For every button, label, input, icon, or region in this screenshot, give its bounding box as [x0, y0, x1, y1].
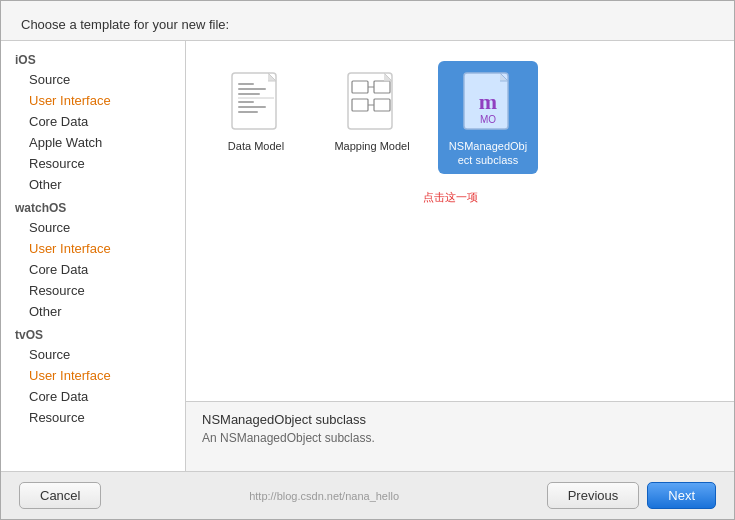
- svg-rect-5: [238, 106, 266, 108]
- template-item-mapping-model[interactable]: Mapping Model: [322, 61, 422, 174]
- sidebar-item-tvos-user-interface[interactable]: User Interface: [1, 365, 185, 386]
- sidebar-item-ios-user-interface[interactable]: User Interface: [1, 90, 185, 111]
- description-panel: NSManagedObject subclass An NSManagedObj…: [186, 401, 734, 471]
- svg-rect-3: [238, 93, 260, 95]
- template-label-nsmanagedobject-subclass: NSManagedObj ect subclass: [444, 139, 532, 168]
- svg-text:m: m: [479, 89, 497, 114]
- sidebar-item-watchos-core-data[interactable]: Core Data: [1, 259, 185, 280]
- sidebar-item-ios-resource[interactable]: Resource: [1, 153, 185, 174]
- dialog-body: iOSSourceUser InterfaceCore DataApple Wa…: [1, 40, 734, 471]
- svg-rect-6: [238, 111, 258, 113]
- description-title: NSManagedObject subclass: [202, 412, 718, 427]
- template-icon-nsmanagedobject-subclass: m MO: [460, 69, 516, 133]
- template-item-data-model[interactable]: Data Model: [206, 61, 306, 174]
- sidebar-item-tvos-source[interactable]: Source: [1, 344, 185, 365]
- previous-button[interactable]: Previous: [547, 482, 640, 509]
- footer-right: Previous Next: [547, 482, 716, 509]
- sidebar-item-tvos-core-data[interactable]: Core Data: [1, 386, 185, 407]
- sidebar-item-ios-apple-watch[interactable]: Apple Watch: [1, 132, 185, 153]
- sidebar-item-watchos-source[interactable]: Source: [1, 217, 185, 238]
- sidebar-item-ios-core-data[interactable]: Core Data: [1, 111, 185, 132]
- sidebar: iOSSourceUser InterfaceCore DataApple Wa…: [1, 41, 186, 471]
- footer-url: http://blog.csdn.net/nana_hello: [249, 490, 399, 502]
- template-item-nsmanagedobject-subclass[interactable]: m MO NSManagedObj ect subclass: [438, 61, 538, 174]
- hint-text: 点击这一项: [196, 190, 704, 205]
- dialog-title: Choose a template for your new file:: [21, 17, 229, 32]
- sidebar-section-ios: iOS: [1, 47, 185, 69]
- dialog: Choose a template for your new file: iOS…: [0, 0, 735, 520]
- sidebar-item-watchos-user-interface[interactable]: User Interface: [1, 238, 185, 259]
- next-button[interactable]: Next: [647, 482, 716, 509]
- sidebar-item-tvos-resource[interactable]: Resource: [1, 407, 185, 428]
- content-area: Data Model Mapping Model m MO NSManagedO…: [186, 41, 734, 471]
- sidebar-item-ios-other[interactable]: Other: [1, 174, 185, 195]
- sidebar-section-watchos: watchOS: [1, 195, 185, 217]
- svg-rect-2: [238, 88, 266, 90]
- sidebar-section-tvos: tvOS: [1, 322, 185, 344]
- dialog-footer: Cancel http://blog.csdn.net/nana_hello P…: [1, 471, 734, 519]
- template-icon-mapping-model: [344, 69, 400, 133]
- svg-text:MO: MO: [480, 114, 496, 125]
- svg-rect-1: [238, 83, 254, 85]
- sidebar-item-watchos-other[interactable]: Other: [1, 301, 185, 322]
- template-grid: Data Model Mapping Model m MO NSManagedO…: [186, 41, 734, 401]
- sidebar-item-watchos-resource[interactable]: Resource: [1, 280, 185, 301]
- description-body: An NSManagedObject subclass.: [202, 431, 718, 445]
- template-icon-data-model: [228, 69, 284, 133]
- cancel-button[interactable]: Cancel: [19, 482, 101, 509]
- sidebar-item-ios-source[interactable]: Source: [1, 69, 185, 90]
- template-label-data-model: Data Model: [228, 139, 284, 153]
- template-label-mapping-model: Mapping Model: [334, 139, 409, 153]
- dialog-header: Choose a template for your new file:: [1, 1, 734, 40]
- svg-rect-4: [238, 101, 254, 103]
